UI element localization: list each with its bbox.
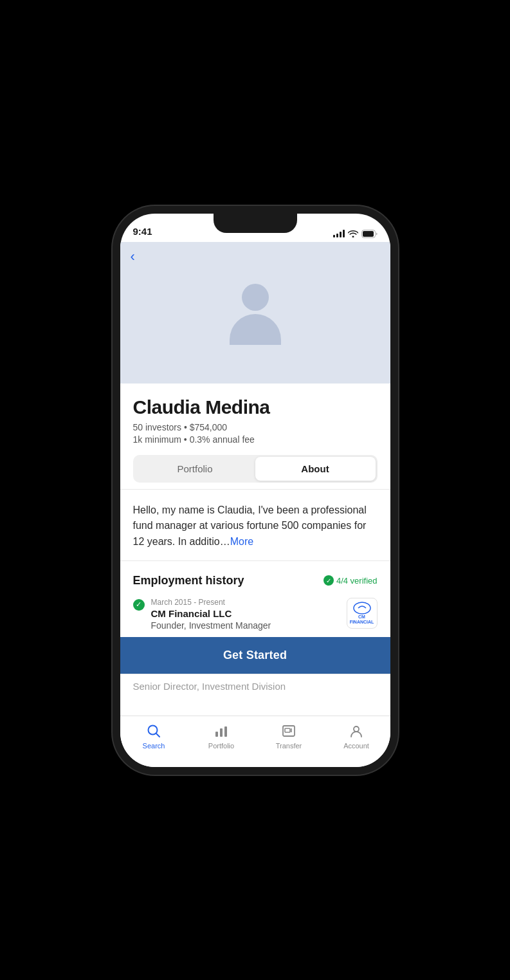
svg-rect-6	[224, 726, 227, 737]
svg-point-10	[354, 726, 359, 732]
content-area[interactable]: Hello, my name is Claudia, I've been a p…	[120, 489, 390, 716]
notch	[214, 214, 297, 233]
tab-about[interactable]: About	[255, 457, 376, 481]
emp-company: CM Financial LLC	[151, 608, 340, 619]
bio-more-link[interactable]: More	[230, 536, 253, 547]
search-tab-label: Search	[143, 742, 165, 750]
phone-frame: 9:41 ‹	[120, 214, 390, 767]
employment-header: Employment history ✓ 4/4 verified	[133, 574, 378, 587]
profile-stats: 50 investors • $754,000	[133, 422, 378, 432]
cm-logo-text: CM FINANCIAL	[350, 615, 374, 625]
profile-fee: 1k minimum • 0.3% annual fee	[133, 434, 378, 445]
profile-header: ‹	[120, 242, 390, 384]
status-icons	[333, 230, 378, 238]
emp-logo: CM FINANCIAL	[347, 598, 378, 629]
account-tab-label: Account	[343, 742, 369, 750]
bio-section: Hello, my name is Claudia, I've been a p…	[120, 490, 390, 561]
emp-date: March 2015 - Present	[151, 598, 340, 607]
svg-point-2	[354, 602, 370, 614]
cut-off-employment: Senior Director, Investment Division	[120, 674, 390, 698]
avatar-body	[230, 314, 281, 345]
emp-role: Founder, Investment Manager	[151, 620, 340, 631]
cm-financial-logo-icon	[353, 602, 371, 615]
tab-bar: Search Portfolio	[120, 716, 390, 767]
screen: ‹ Claudia Medina 50 investors • $754,000…	[120, 242, 390, 767]
status-time: 9:41	[133, 226, 152, 238]
account-icon	[348, 723, 365, 739]
transfer-icon	[280, 723, 297, 739]
tab-bar-item-search[interactable]: Search	[134, 723, 173, 750]
tabs-container: Portfolio About	[133, 455, 378, 483]
emp-check-icon: ✓	[133, 599, 145, 611]
avatar-head	[242, 284, 269, 311]
emp-details: March 2015 - Present CM Financial LLC Fo…	[151, 598, 340, 631]
tab-bar-item-transfer[interactable]: Transfer	[269, 723, 308, 750]
profile-name: Claudia Medina	[133, 396, 378, 418]
employment-item-0: ✓ March 2015 - Present CM Financial LLC …	[133, 598, 378, 631]
tab-bar-item-portfolio[interactable]: Portfolio	[202, 723, 241, 750]
wifi-icon	[348, 230, 358, 237]
back-button[interactable]: ‹	[131, 248, 135, 265]
svg-rect-1	[363, 231, 374, 237]
svg-rect-5	[220, 728, 223, 737]
svg-rect-8	[285, 728, 290, 732]
profile-info: Claudia Medina 50 investors • $754,000 1…	[120, 384, 390, 489]
tab-bar-item-account[interactable]: Account	[337, 723, 376, 750]
verified-badge: ✓ 4/4 verified	[323, 575, 378, 586]
employment-title: Employment history	[133, 574, 244, 587]
tab-portfolio[interactable]: Portfolio	[135, 457, 255, 481]
avatar	[223, 281, 287, 345]
battery-icon	[361, 230, 378, 238]
svg-rect-4	[215, 732, 218, 737]
verified-check-icon: ✓	[323, 575, 334, 586]
employment-section: Employment history ✓ 4/4 verified ✓ Marc…	[120, 561, 390, 637]
transfer-tab-label: Transfer	[276, 742, 302, 750]
portfolio-icon	[213, 723, 230, 739]
search-icon	[145, 723, 162, 739]
signal-icon	[333, 230, 345, 237]
get-started-button[interactable]: Get Started	[120, 637, 390, 674]
bio-text: Hello, my name is Claudia, I've been a p…	[133, 503, 378, 550]
portfolio-tab-label: Portfolio	[208, 742, 234, 750]
